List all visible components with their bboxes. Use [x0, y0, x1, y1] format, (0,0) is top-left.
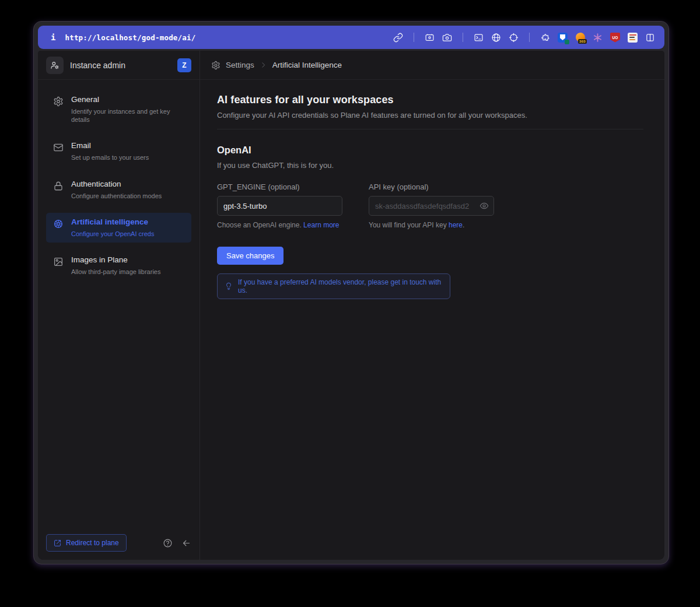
split-view-icon[interactable] [645, 33, 655, 43]
lightbulb-icon [225, 282, 233, 290]
plane-admin-app: Instance admin Z General Identify your i… [38, 51, 664, 560]
save-changes-button[interactable]: Save changes [217, 247, 284, 265]
chevron-right-icon [260, 61, 267, 69]
openai-extension-icon[interactable] [593, 33, 603, 43]
redirect-to-plane-label: Redirect to plane [66, 539, 119, 547]
sidebar-item-artificial-intelligence[interactable]: Artificial intelligence Configure your O… [46, 213, 191, 243]
eye-icon[interactable] [480, 201, 489, 210]
gpt-engine-field: GPT_ENGINE (optional) Choose an OpenAI e… [217, 183, 342, 229]
sidebar-item-label: Authentication [71, 180, 162, 190]
sidebar-item-email[interactable]: Email Set up emails to your users [46, 136, 191, 166]
browser-toolbar: 303 UO [393, 33, 655, 43]
tabs-counter-icon[interactable]: 303 [575, 33, 585, 43]
sidebar-item-sublabel: Allow third-party image libraries [71, 268, 160, 276]
lock-icon [53, 181, 64, 191]
image-icon [53, 257, 64, 267]
tabs-counter-badge: 303 [578, 39, 587, 44]
breadcrumb: Settings Artificial Intelligence [200, 51, 664, 80]
instance-admin-icon [46, 57, 64, 74]
avatar[interactable]: Z [177, 58, 191, 72]
sidebar-item-label: Artificial intelligence [71, 217, 154, 227]
sidebar-item-sublabel: Set up emails to your users [71, 153, 149, 162]
breadcrumb-settings[interactable]: Settings [226, 61, 254, 69]
redirect-to-plane-button[interactable]: Redirect to plane [46, 534, 127, 552]
url-text[interactable]: http://localhost/god-mode/ai/ [65, 33, 195, 42]
sidebar-item-sublabel: Configure authentication modes [71, 192, 162, 200]
link-icon[interactable] [393, 33, 403, 43]
camera-icon[interactable] [442, 33, 452, 43]
sidebar-item-sublabel: Identify your instances and get key deta… [71, 107, 184, 124]
sidebar: Instance admin Z General Identify your i… [38, 51, 200, 560]
sidebar-menu: General Identify your instances and get … [38, 80, 200, 527]
capture-icon[interactable] [425, 33, 435, 43]
toolbar-separator [463, 33, 463, 42]
sidebar-footer: Redirect to plane [38, 527, 200, 560]
ai-vendor-banner-text[interactable]: If you have a preferred AI models vendor… [238, 278, 443, 294]
gpt-engine-input[interactable] [217, 196, 342, 216]
sidebar-item-label: Email [71, 141, 149, 151]
section-divider [217, 129, 643, 129]
mail-icon [53, 142, 64, 153]
sidebar-item-label: General [71, 95, 184, 105]
openai-section-subtitle: If you use ChatGPT, this is for you. [217, 161, 643, 170]
sidebar-item-label: Images in Plane [71, 255, 160, 265]
sidebar-title: Instance admin [70, 61, 125, 70]
sidebar-item-images-in-plane[interactable]: Images in Plane Allow third-party image … [46, 251, 191, 280]
cog-icon [53, 219, 64, 229]
api-key-helper: You will find your API key here. [369, 221, 494, 229]
page-subtitle: Configure your AI API credentials so Pla… [217, 111, 643, 120]
reader-mode-icon[interactable] [628, 33, 638, 43]
help-icon[interactable] [163, 538, 173, 548]
sidebar-item-sublabel: Configure your OpenAI creds [71, 230, 154, 238]
api-key-here-link[interactable]: here [449, 221, 463, 229]
gear-icon [53, 96, 64, 107]
breadcrumb-current: Artificial Intelligence [272, 61, 342, 69]
sidebar-header: Instance admin Z [38, 51, 200, 80]
info-icon: i [51, 33, 55, 42]
gpt-engine-helper: Choose an OpenAI engine. Learn more [217, 221, 342, 229]
external-link-icon [54, 539, 61, 547]
toolbar-separator [529, 33, 530, 42]
page-content: AI features for all your workspaces Conf… [200, 80, 664, 560]
gpt-engine-label: GPT_ENGINE (optional) [217, 183, 342, 191]
api-key-field: API key (optional) You will find your AP… [369, 183, 494, 229]
api-key-label: API key (optional) [369, 183, 494, 191]
bitwarden-shield [560, 34, 565, 40]
learn-more-link[interactable]: Learn more [303, 221, 339, 229]
terminal-icon[interactable] [474, 33, 484, 43]
main-panel: Settings Artificial Intelligence AI feat… [200, 51, 664, 560]
bitwarden-badge [565, 40, 569, 44]
ai-vendor-banner: If you have a preferred AI models vendor… [217, 273, 450, 299]
sidebar-footer-icons [163, 538, 191, 548]
extensions-puzzle-icon[interactable] [540, 33, 550, 43]
page-title: AI features for all your workspaces [217, 94, 643, 106]
globe-icon[interactable] [491, 33, 501, 43]
crosshair-icon[interactable] [509, 33, 519, 43]
sidebar-item-authentication[interactable]: Authentication Configure authentication … [46, 175, 191, 205]
openai-form-fields: GPT_ENGINE (optional) Choose an OpenAI e… [217, 183, 643, 229]
browser-address-bar[interactable]: i http://localhost/god-mode/ai/ 303 UO [38, 26, 664, 49]
api-key-input[interactable] [369, 196, 494, 216]
sidebar-item-general[interactable]: General Identify your instances and get … [46, 90, 191, 128]
settings-gear-icon [211, 61, 220, 70]
openai-section-title: OpenAI [217, 145, 643, 156]
toolbar-separator [414, 33, 414, 42]
collapse-sidebar-arrow-icon[interactable] [181, 538, 191, 548]
ublock-origin-icon[interactable]: UO [610, 33, 620, 43]
browser-window: i http://localhost/god-mode/ai/ 303 UO [33, 21, 669, 564]
bitwarden-icon[interactable] [558, 33, 568, 43]
